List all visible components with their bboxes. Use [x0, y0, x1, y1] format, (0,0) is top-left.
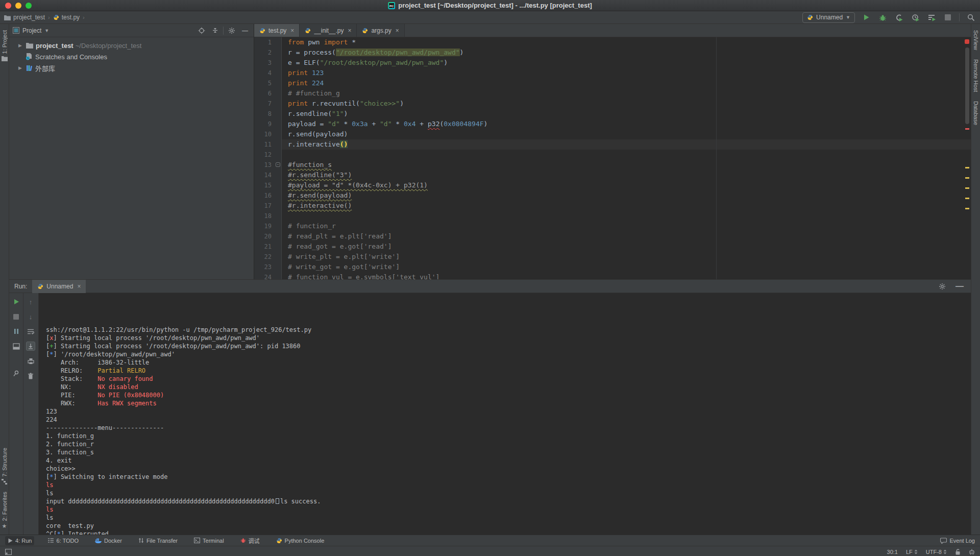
- code-editor-area[interactable]: 1from pwn import *2r = process("/root/de…: [254, 37, 971, 279]
- run-with-coverage-button[interactable]: [894, 12, 904, 22]
- hide-toolwindow-icon[interactable]: —: [240, 26, 250, 36]
- gear-icon[interactable]: [227, 26, 237, 36]
- concurrency-diagram-button[interactable]: [926, 12, 937, 22]
- event-log-button[interactable]: Event Log: [940, 538, 975, 544]
- toolwindow-button-run[interactable]: 4: Run: [5, 536, 34, 545]
- locate-file-icon[interactable]: [197, 26, 207, 36]
- chevron-down-icon[interactable]: ▼: [44, 28, 49, 33]
- code-line[interactable]: 20# read_plt = e.plt['read']: [254, 231, 971, 241]
- code-line[interactable]: 2r = process("/root/desktop/pwn_awd/pwn_…: [254, 47, 971, 58]
- code-line[interactable]: 8r.sendline("1"): [254, 109, 971, 119]
- code-line[interactable]: 19# function_r: [254, 221, 971, 231]
- toolwindow-button-favorites[interactable]: 2: Favorites ★: [2, 492, 8, 529]
- run-configuration-select[interactable]: Unnamed ▼: [802, 12, 855, 23]
- code-line[interactable]: 10r.send(payload): [254, 129, 971, 139]
- prev-trace-button[interactable]: ↑: [26, 297, 35, 306]
- run-button[interactable]: [861, 12, 871, 22]
- rerun-button[interactable]: [12, 297, 21, 306]
- tab-init-py[interactable]: __init__.py ×: [300, 24, 357, 37]
- toolwindow-button-todo[interactable]: 6: TODO: [45, 536, 81, 545]
- file-encoding-select[interactable]: UTF-8: [926, 549, 947, 555]
- code-line[interactable]: 18: [254, 211, 971, 221]
- tree-item-scratches[interactable]: Scratches and Consoles: [9, 51, 254, 62]
- toolwindow-button-file-transfer[interactable]: File Transfer: [136, 536, 180, 545]
- hector-inspections-icon[interactable]: [969, 549, 975, 555]
- minimize-window-button[interactable]: [15, 3, 21, 9]
- code-line[interactable]: 3e = ELF("/root/desktop/pwn_awd/pwn_awd"…: [254, 58, 971, 68]
- toolwindow-button-terminal[interactable]: Terminal: [191, 536, 227, 545]
- code-line[interactable]: 13-#function_s: [254, 160, 971, 170]
- pin-tab-button[interactable]: [12, 369, 21, 378]
- warning-stripe-mark[interactable]: [965, 177, 969, 179]
- warning-stripe-mark[interactable]: [965, 187, 969, 189]
- clear-all-button[interactable]: [26, 371, 35, 380]
- code-line[interactable]: 17#r.interactive(): [254, 201, 971, 211]
- close-window-button[interactable]: [5, 3, 11, 9]
- code-line[interactable]: 12: [254, 150, 971, 160]
- toolwindow-button-database[interactable]: Database: [973, 101, 979, 125]
- code-line[interactable]: 7print r.recvuntil("choice>>"): [254, 99, 971, 109]
- code-line[interactable]: 6# #function_g: [254, 88, 971, 99]
- project-pane-title[interactable]: Project: [22, 27, 41, 34]
- code-line[interactable]: 1from pwn import *: [254, 37, 971, 47]
- breadcrumb-file[interactable]: test.py: [53, 14, 80, 21]
- close-tab-icon[interactable]: ×: [348, 27, 351, 34]
- gear-icon[interactable]: [937, 281, 947, 292]
- stop-button[interactable]: [12, 312, 21, 321]
- code-line[interactable]: 14#r.sendline("3"): [254, 170, 971, 180]
- close-tab-icon[interactable]: ×: [396, 27, 399, 34]
- caret-position[interactable]: 30:1: [887, 549, 898, 555]
- code-line[interactable]: 16#r.send(payload): [254, 190, 971, 201]
- fold-marker-icon[interactable]: -: [276, 162, 280, 167]
- next-trace-button[interactable]: ↓: [26, 312, 35, 321]
- tree-item-external-libraries[interactable]: ▶ 外部库: [9, 62, 254, 74]
- toolwindow-button-structure[interactable]: 7: Structure: [2, 448, 8, 485]
- error-stripe-mark[interactable]: [965, 128, 969, 130]
- print-button[interactable]: [26, 356, 35, 366]
- soft-wrap-button[interactable]: [26, 327, 35, 336]
- debug-button[interactable]: [877, 12, 888, 22]
- toolwindow-button-remote-host[interactable]: Remote Host: [973, 59, 979, 92]
- toolwindow-button-project[interactable]: 1: Project: [2, 30, 8, 61]
- close-tab-icon[interactable]: ×: [290, 27, 294, 34]
- warning-stripe-mark[interactable]: [965, 167, 969, 168]
- scroll-to-end-button[interactable]: [26, 342, 35, 351]
- run-tab-unnamed[interactable]: Unnamed ×: [32, 280, 86, 293]
- expand-arrow-icon[interactable]: ▶: [18, 65, 23, 70]
- collapse-all-icon[interactable]: [210, 26, 220, 36]
- editor-scrollbar-thumb[interactable]: [965, 47, 969, 124]
- code-line[interactable]: 5print 224: [254, 78, 971, 88]
- code-line[interactable]: 24# function_vul = e.symbols['text_vul']: [254, 272, 971, 279]
- line-separator-select[interactable]: LF: [906, 549, 918, 555]
- pause-output-button[interactable]: [12, 327, 21, 336]
- zoom-window-button[interactable]: [26, 3, 32, 9]
- toolwindow-stripe-toggle-icon[interactable]: [5, 549, 12, 555]
- code-line[interactable]: 4print 123: [254, 68, 971, 78]
- toolwindow-button-sciview[interactable]: SciView: [973, 30, 979, 50]
- code-line[interactable]: 22# write_plt = e.plt['write']: [254, 252, 971, 262]
- code-line[interactable]: 21# read_got = e.got['read']: [254, 241, 971, 252]
- restore-layout-button[interactable]: [12, 342, 21, 351]
- code-line[interactable]: 23# write_got = e.got['write']: [254, 262, 971, 272]
- code-line[interactable]: 15#payload = "d" *(0x4c-0xc) + p32(1): [254, 180, 971, 190]
- code-line[interactable]: 11r.interactive(): [254, 139, 971, 150]
- toolwindow-button-debug-cn[interactable]: 调试: [238, 536, 262, 545]
- readonly-lock-icon[interactable]: [955, 549, 961, 555]
- profiler-button[interactable]: [910, 12, 920, 22]
- warning-stripe-mark[interactable]: [965, 208, 969, 209]
- code-line[interactable]: 9payload = "d" * 0x3a + "d" * 0x4 + p32(…: [254, 119, 971, 129]
- expand-arrow-icon[interactable]: ▶: [18, 43, 23, 48]
- toolwindow-button-docker[interactable]: Docker: [92, 536, 125, 545]
- hide-toolwindow-icon[interactable]: —: [954, 281, 965, 292]
- run-console[interactable]: ssh://root@1.1.1.2:22/usr/bin/python -u …: [39, 293, 971, 535]
- editor-scrollbar-area[interactable]: [964, 37, 971, 279]
- tab-test-py[interactable]: test.py ×: [254, 24, 300, 37]
- stop-button[interactable]: [943, 12, 953, 22]
- toolwindow-button-python-console[interactable]: Python Console: [274, 536, 327, 545]
- warning-stripe-mark[interactable]: [965, 198, 969, 199]
- search-everywhere-icon[interactable]: [966, 12, 976, 22]
- close-tab-icon[interactable]: ×: [77, 283, 81, 290]
- breadcrumb-project[interactable]: project_test: [4, 14, 45, 21]
- tab-args-py[interactable]: args.py ×: [357, 24, 404, 37]
- tree-item-project-root[interactable]: ▶ project_test~/Desktop/project_test: [9, 40, 254, 51]
